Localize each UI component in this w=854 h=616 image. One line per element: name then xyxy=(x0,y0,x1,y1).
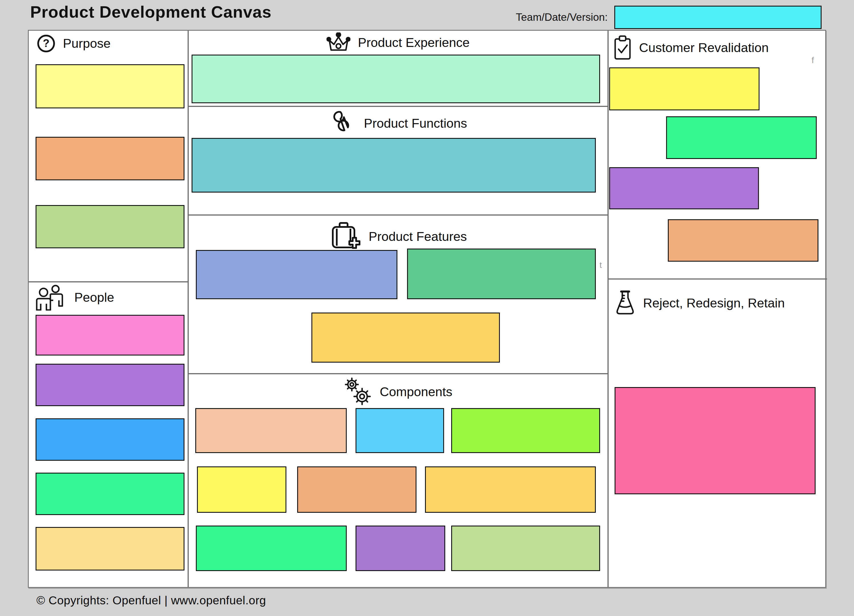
sticky-note-product-features[interactable] xyxy=(196,250,397,299)
sticky-note-components[interactable] xyxy=(196,526,347,571)
wrench-icon xyxy=(329,109,357,138)
gears-icon xyxy=(344,377,372,407)
sticky-note-product-features[interactable] xyxy=(311,313,500,363)
sticky-note-product-experience[interactable] xyxy=(192,55,600,103)
purpose-people-divider xyxy=(29,281,188,282)
sticky-note-components[interactable] xyxy=(355,526,445,571)
section-header-purpose: ? Purpose xyxy=(37,33,111,53)
sticky-note-customer-revalidation[interactable] xyxy=(666,116,817,159)
canvas-board: ? Purpose People Product Experienc xyxy=(28,30,826,588)
briefcase-plus-icon xyxy=(329,221,361,252)
section-label-product-experience: Product Experience xyxy=(358,35,470,50)
stray-mark: t xyxy=(599,260,602,270)
sticky-note-people[interactable] xyxy=(35,473,185,515)
sticky-note-components[interactable] xyxy=(451,408,600,453)
sticky-note-purpose[interactable] xyxy=(35,205,185,248)
section-header-people: People xyxy=(35,284,114,310)
section-header-reject-redesign-retain: Reject, Redesign, Retain xyxy=(615,289,785,317)
revalidation-reject-divider xyxy=(607,278,827,280)
section-header-product-functions: Product Functions xyxy=(188,110,608,137)
section-label-reject-redesign-retain: Reject, Redesign, Retain xyxy=(643,296,785,310)
section-label-components: Components xyxy=(380,385,452,399)
sticky-note-customer-revalidation[interactable] xyxy=(609,167,759,209)
section-label-purpose: Purpose xyxy=(63,36,111,51)
sticky-note-people[interactable] xyxy=(35,527,185,570)
sticky-note-people[interactable] xyxy=(35,315,185,356)
sticky-note-customer-revalidation[interactable] xyxy=(609,67,759,110)
copyright-footer: © Copyrights: Openfuel | www.openfuel.or… xyxy=(37,594,266,607)
section-header-product-experience: Product Experience xyxy=(188,32,608,53)
section-header-components: Components xyxy=(188,377,608,407)
sticky-note-product-functions[interactable] xyxy=(192,138,596,193)
sticky-note-customer-revalidation[interactable] xyxy=(668,219,819,262)
section-header-customer-revalidation: Customer Revalidation xyxy=(613,35,769,61)
functions-features-divider xyxy=(188,214,608,216)
people-icon xyxy=(35,284,67,310)
sticky-note-components[interactable] xyxy=(355,408,444,453)
features-components-divider xyxy=(188,373,608,374)
team-note-sticky[interactable] xyxy=(614,6,822,29)
sticky-note-purpose[interactable] xyxy=(35,137,185,180)
section-header-product-features: Product Features xyxy=(188,221,608,252)
sticky-note-people[interactable] xyxy=(35,418,185,461)
sticky-note-product-features[interactable] xyxy=(407,249,596,299)
crown-icon xyxy=(326,32,351,53)
experience-functions-divider xyxy=(188,106,608,107)
page-title: Product Development Canvas xyxy=(30,2,271,21)
flask-icon xyxy=(615,289,636,317)
sticky-note-reject-redesign-retain[interactable] xyxy=(615,387,816,494)
sticky-note-components[interactable] xyxy=(451,526,600,571)
section-label-product-functions: Product Functions xyxy=(364,116,467,131)
section-label-people: People xyxy=(74,290,114,305)
sticky-note-people[interactable] xyxy=(35,364,185,406)
sticky-note-components[interactable] xyxy=(195,408,347,453)
sticky-note-components[interactable] xyxy=(425,466,596,513)
sticky-note-components[interactable] xyxy=(197,466,287,513)
section-label-customer-revalidation: Customer Revalidation xyxy=(639,40,769,55)
section-label-product-features: Product Features xyxy=(369,229,467,244)
stray-mark: f xyxy=(811,55,814,65)
team-date-version-label: Team/Date/Version: xyxy=(516,11,608,23)
svg-text:?: ? xyxy=(43,37,49,49)
sticky-note-purpose[interactable] xyxy=(35,64,185,108)
question-icon: ? xyxy=(37,34,55,53)
clipboard-check-icon xyxy=(613,35,632,61)
sticky-note-components[interactable] xyxy=(297,466,416,513)
